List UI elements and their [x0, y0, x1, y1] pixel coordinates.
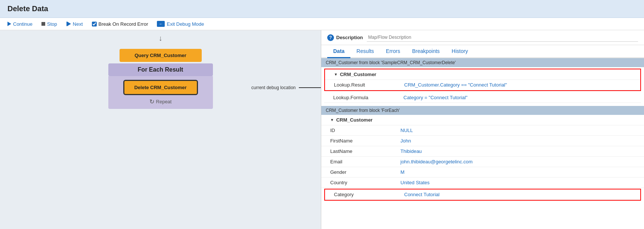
section2-toggle[interactable]: ▼ CRM_Customer — [330, 117, 640, 123]
table-row: Category Connect Tutorial — [325, 189, 640, 200]
flow-panel: ↓ Query CRM_Customer For Each Result Del… — [0, 30, 321, 229]
section1-header: CRM_Customer from block 'SampleCRM_CRM_C… — [321, 58, 644, 67]
table-row: FirstName John — [321, 136, 644, 146]
toolbar: Continue Stop Next Break On Record Error… — [0, 18, 644, 30]
debug-label: current debug location — [251, 85, 296, 90]
main-content: ↓ Query CRM_Customer For Each Result Del… — [0, 30, 644, 229]
tab-breakpoints[interactable]: Breakpoints — [406, 45, 446, 58]
play-icon — [7, 22, 11, 26]
category-highlighted: Category Connect Tutorial — [324, 189, 641, 201]
arrow-shaft — [299, 87, 321, 88]
stop-button[interactable]: Stop — [41, 21, 57, 27]
row-key: FirstName — [321, 136, 396, 146]
row-key: LastName — [321, 146, 396, 157]
delete-block[interactable]: Delete CRM_Customer — [123, 80, 198, 95]
table-row: Gender M — [321, 167, 644, 178]
table-row: Email john.thibideau@georgetelinc.com — [321, 157, 644, 167]
description-input[interactable] — [367, 33, 638, 42]
help-icon: ? — [327, 34, 334, 41]
row-key: Gender — [321, 167, 396, 178]
page-title: Delete Data — [7, 4, 48, 13]
section1-group-row: ▼ CRM_Customer — [325, 69, 640, 80]
flow-content: Query CRM_Customer For Each Result Delet… — [0, 30, 321, 116]
section1-table: ▼ CRM_Customer Lookup.Result CRM_Custome… — [325, 69, 640, 90]
description-bar: ? Description — [321, 30, 644, 45]
section2-group-row: ▼ CRM_Customer — [321, 115, 644, 125]
row-key: ID — [321, 125, 396, 136]
delete-row: Delete CRM_Customer current debug locati… — [116, 80, 205, 95]
continue-button[interactable]: Continue — [7, 21, 32, 27]
foreach-block[interactable]: For Each Result — [108, 63, 213, 76]
flow-inner: Delete CRM_Customer current debug locati… — [108, 76, 213, 109]
next-button[interactable]: Next — [66, 21, 83, 27]
category-table: Category Connect Tutorial — [325, 189, 640, 200]
row-key: Lookup.Result — [325, 80, 400, 90]
row-value: John — [396, 136, 644, 146]
row-key: Category — [325, 189, 400, 200]
description-label: ? Description — [327, 34, 363, 41]
row-key: Country — [321, 178, 396, 188]
tab-data[interactable]: Data — [327, 45, 350, 58]
right-panel: ? Description Data Results Errors Breakp… — [321, 30, 644, 229]
triangle-icon: ▼ — [334, 72, 338, 76]
tab-errors[interactable]: Errors — [380, 45, 406, 58]
arrow-container — [299, 86, 322, 90]
arrow-head — [321, 86, 322, 90]
section2-table: ▼ CRM_Customer ID NULL FirstName John La… — [321, 115, 644, 188]
stop-icon — [41, 22, 45, 26]
next-icon — [66, 22, 71, 26]
exit-debug-button[interactable]: ← Exit Debug Mode — [157, 21, 204, 27]
scroll-down-icon: ↓ — [159, 34, 162, 42]
table-row: LastName Thibideau — [321, 146, 644, 157]
tab-results[interactable]: Results — [350, 45, 380, 58]
repeat-icon: ↻ — [149, 98, 154, 105]
row-value: CRM_Customer.Category == "Connect Tutori… — [400, 80, 640, 90]
section1-extra-table: Lookup.Formula Category = "Connect Tutor… — [324, 92, 641, 103]
repeat-block: ↻ Repeat — [149, 98, 172, 105]
row-key: Email — [321, 157, 396, 167]
row-key: Lookup.Formula — [324, 92, 399, 103]
tab-history[interactable]: History — [446, 45, 474, 58]
data-panel: CRM_Customer from block 'SampleCRM_CRM_C… — [321, 58, 644, 229]
row-value: john.thibideau@georgetelinc.com — [396, 157, 644, 167]
section1-toggle[interactable]: ▼ CRM_Customer — [334, 72, 636, 77]
row-value: United States — [396, 178, 644, 188]
triangle-icon: ▼ — [330, 118, 334, 122]
row-value: Thibideau — [396, 146, 644, 157]
row-value: NULL — [396, 125, 644, 136]
query-block[interactable]: Query CRM_Customer — [120, 49, 202, 62]
break-on-error-checkbox[interactable] — [92, 22, 97, 26]
row-value: M — [396, 167, 644, 178]
section1-highlighted: ▼ CRM_Customer Lookup.Result CRM_Custome… — [324, 69, 641, 91]
break-on-error-wrap[interactable]: Break On Record Error — [92, 21, 148, 27]
section2-header: CRM_Customer from block 'ForEach' — [321, 106, 644, 115]
table-row: ID NULL — [321, 125, 644, 136]
foreach-container: For Each Result Delete CRM_Customer curr… — [108, 63, 213, 109]
table-row: Lookup.Formula Category = "Connect Tutor… — [324, 92, 641, 103]
tabs-bar: Data Results Errors Breakpoints History — [321, 45, 644, 58]
row-value: Category = "Connect Tutorial" — [399, 92, 641, 103]
table-row: Country United States — [321, 178, 644, 188]
row-value: Connect Tutorial — [400, 189, 640, 200]
table-row: Lookup.Result CRM_Customer.Category == "… — [325, 80, 640, 90]
page-header: Delete Data — [0, 0, 644, 18]
debug-arrow: current debug location — [251, 85, 321, 90]
exit-icon: ← — [157, 21, 165, 27]
